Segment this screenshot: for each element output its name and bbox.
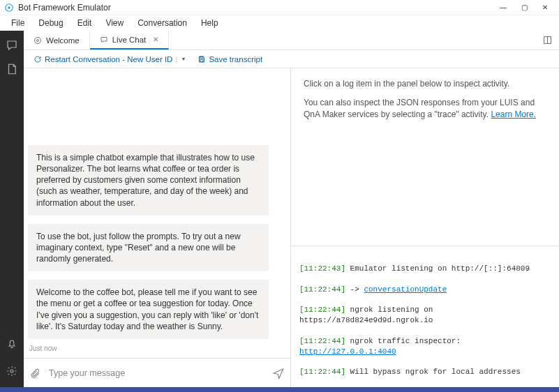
- message-timestamp: Just now: [29, 345, 285, 352]
- inspector-help-line2: You can also inspect the JSON responses …: [304, 97, 546, 121]
- learn-more-link[interactable]: Learn More.: [491, 110, 536, 119]
- log-link[interactable]: conversationUpdate: [364, 285, 447, 294]
- svg-point-3: [35, 37, 41, 43]
- message-input[interactable]: [46, 364, 267, 382]
- chat-icon[interactable]: [0, 33, 24, 57]
- split-editor-icon[interactable]: [543, 36, 552, 45]
- tabbar: Welcome Live Chat ✕: [24, 31, 559, 50]
- refresh-icon: [33, 55, 42, 63]
- status-bar: [0, 387, 559, 392]
- app-icon: [4, 3, 14, 13]
- notifications-icon[interactable]: [0, 331, 24, 355]
- save-transcript-button[interactable]: Save transcript: [197, 55, 262, 63]
- bot-message[interactable]: Welcome to the coffee bot, please tell m…: [28, 280, 269, 339]
- content-area: Welcome Live Chat ✕ Rest: [24, 31, 559, 387]
- tab-welcome[interactable]: Welcome: [24, 31, 90, 50]
- restart-conversation-button[interactable]: Restart Conversation - New User ID | ▾: [33, 55, 185, 63]
- activity-bar: [0, 31, 24, 387]
- tab-livechat[interactable]: Live Chat ✕: [90, 31, 170, 50]
- inspector-help: Click on a log item in the panel below t…: [291, 68, 559, 246]
- home-icon: [33, 36, 42, 45]
- tab-livechat-label: Live Chat: [112, 36, 147, 44]
- menu-conversation[interactable]: Conversation: [131, 17, 194, 29]
- inspector-pane: Click on a log item in the panel below t…: [291, 68, 559, 387]
- chat-input-row: [24, 358, 290, 387]
- chat-messages[interactable]: This is a simple chatbot example that il…: [24, 68, 290, 358]
- minimize-button[interactable]: —: [493, 1, 513, 15]
- gear-icon[interactable]: [0, 359, 24, 383]
- menu-file[interactable]: File: [4, 17, 31, 29]
- svg-point-2: [10, 370, 13, 372]
- chat-pane: This is a simple chatbot example that il…: [24, 68, 291, 387]
- svg-point-4: [37, 39, 39, 41]
- close-button[interactable]: ✕: [535, 1, 555, 15]
- chevron-down-icon[interactable]: ▾: [182, 56, 185, 62]
- bot-message[interactable]: To use the bot, just follow the prompts.…: [28, 224, 269, 272]
- tab-welcome-label: Welcome: [46, 36, 80, 45]
- save-icon: [197, 55, 206, 63]
- log-link[interactable]: http://127.0.0.1:4040: [299, 347, 396, 356]
- tab-close-icon[interactable]: ✕: [153, 36, 158, 43]
- bot-message[interactable]: This is a simple chatbot example that il…: [28, 145, 269, 216]
- resources-icon[interactable]: [0, 57, 24, 81]
- svg-rect-7: [200, 56, 203, 59]
- titlebar: Bot Framework Emulator — ▢ ✕: [0, 0, 559, 15]
- restart-label: Restart Conversation - New User ID: [45, 55, 172, 63]
- menu-help[interactable]: Help: [194, 17, 225, 29]
- log-pane[interactable]: [11:22:43] Emulator listening on http://…: [291, 246, 559, 387]
- menu-debug[interactable]: Debug: [31, 17, 70, 29]
- svg-rect-8: [200, 59, 203, 61]
- chat-toolbar: Restart Conversation - New User ID | ▾ S…: [24, 50, 559, 68]
- inspector-help-line1: Click on a log item in the panel below t…: [304, 78, 546, 90]
- save-transcript-label: Save transcript: [209, 55, 262, 63]
- send-icon[interactable]: [272, 367, 285, 379]
- attachment-icon[interactable]: [29, 368, 40, 379]
- svg-point-1: [8, 6, 10, 9]
- chat-tab-icon: [100, 36, 108, 44]
- menu-edit[interactable]: Edit: [70, 17, 99, 29]
- menu-view[interactable]: View: [98, 17, 131, 29]
- menubar: File Debug Edit View Conversation Help: [0, 15, 559, 31]
- maximize-button[interactable]: ▢: [514, 1, 534, 15]
- app-title: Bot Framework Emulator: [18, 3, 111, 13]
